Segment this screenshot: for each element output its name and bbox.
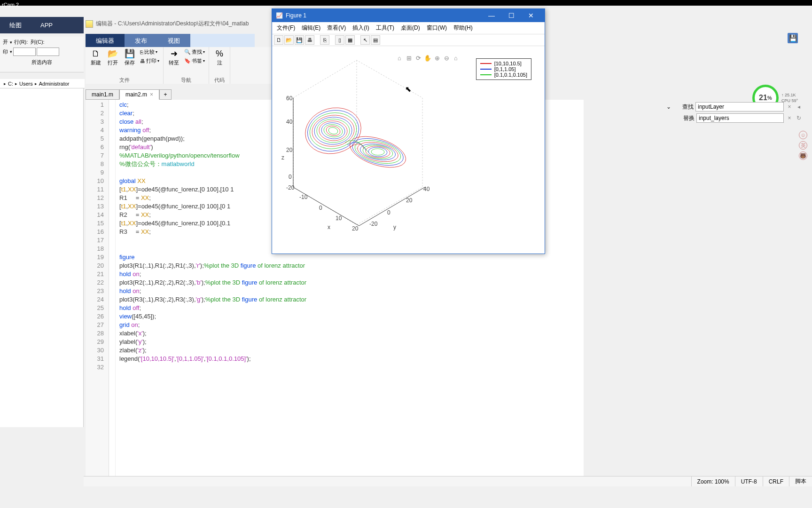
status-bar: Zoom: 100% UTF-8 CRLF 脚本 <box>84 476 812 486</box>
new-button[interactable]: 🗋新建 <box>88 47 103 67</box>
open-figure-icon[interactable]: 📂 <box>284 35 294 45</box>
svg-point-21 <box>368 147 387 158</box>
save-figure-icon[interactable]: 💾 <box>295 35 304 45</box>
replace-label: 替换 <box>674 114 695 122</box>
etab-editor[interactable]: 编辑器 <box>86 34 125 47</box>
svg-point-9 <box>319 120 348 141</box>
link-icon[interactable]: ⎘ <box>320 35 329 45</box>
figure-toolbar: 🗋 📂 💾 🖶 ⎘ ▯ ▦ ↖ ▤ <box>272 34 545 46</box>
quick-save-button[interactable]: 💾 <box>788 33 798 43</box>
figure-menu-item[interactable]: 文件(F) <box>274 23 298 33</box>
line-gutter: 1234567891011121314151617181920212223242… <box>86 100 109 476</box>
emoji-icon[interactable]: ☺ <box>799 131 807 139</box>
find-button[interactable]: 🔍查找▾ <box>183 48 206 56</box>
close-button[interactable]: ✕ <box>521 9 541 22</box>
col-label: 列(C): <box>30 39 45 46</box>
ribbon-tab-plot[interactable]: 绘图 <box>0 17 31 33</box>
figure-axes[interactable]: ⌂ ⊞ ⟳ ✋ ⊕ ⊖ ⌂ <box>272 46 545 248</box>
file-tab-main2[interactable]: main2.m× <box>119 89 159 100</box>
inspector-icon[interactable]: ▯ <box>335 35 344 45</box>
svg-text:-10: -10 <box>299 194 308 200</box>
figure-icon: 📈 <box>276 12 283 19</box>
breadcrumb[interactable]: ▸ C: ▸ Users ▸ Administrator <box>0 79 85 88</box>
close-icon[interactable]: × <box>150 91 153 98</box>
save-icon: 💾 <box>124 48 135 59</box>
print-dropdown[interactable]: 印 <box>2 48 9 56</box>
etab-view[interactable]: 视图 <box>157 34 190 47</box>
data-cursor-icon[interactable]: ▤ <box>371 35 380 45</box>
status-eol[interactable]: CRLF <box>763 476 789 486</box>
goto-button[interactable]: ➜转至 <box>166 47 181 67</box>
find-input[interactable] <box>695 102 784 111</box>
ribbon-tab-app[interactable]: APP <box>31 17 62 33</box>
bookmark-button[interactable]: 🔖书签▾ <box>183 57 206 65</box>
figure-title: Figure 1 <box>286 12 306 19</box>
bc-users[interactable]: Users <box>19 81 33 87</box>
workspace-panel <box>0 88 84 427</box>
print-figure-icon[interactable]: 🖶 <box>305 35 314 45</box>
chevron-down-icon[interactable]: ⌄ <box>666 103 671 110</box>
legend-entry: [0,1,1.05] <box>480 66 527 72</box>
editor-title-bar: 编辑器 - C:\Users\Administrator\Desktop\远程文… <box>86 20 249 28</box>
editor-icon <box>86 20 93 28</box>
compare-icon: ⎘ <box>140 49 143 55</box>
replace-input[interactable] <box>696 113 784 123</box>
figure-menu-item[interactable]: 窗口(W) <box>424 23 450 33</box>
print-button[interactable]: 🖶打印▾ <box>139 57 160 65</box>
prev-match-icon[interactable]: ◂ <box>795 103 803 110</box>
svg-point-17 <box>356 139 400 165</box>
bc-drive[interactable]: C: <box>8 81 13 87</box>
bear-icon[interactable]: 🐻 <box>799 151 807 160</box>
svg-point-14 <box>346 130 409 174</box>
taskbar-label: rCam 2 <box>2 2 19 8</box>
col-input[interactable] <box>37 48 59 56</box>
svg-point-22 <box>371 149 384 156</box>
figure-titlebar[interactable]: 📈 Figure 1 — ☐ ✕ <box>272 9 545 22</box>
group-file-label: 文件 <box>119 77 130 84</box>
group-code-label: 代码 <box>214 77 225 84</box>
status-mode[interactable]: 脚本 <box>789 476 812 486</box>
lang-icon[interactable]: 英 <box>799 141 807 150</box>
new-file-icon: 🗋 <box>90 48 102 59</box>
save-button[interactable]: 💾保存 <box>122 47 137 67</box>
figure-menu-item[interactable]: 查看(V) <box>324 23 349 33</box>
assistant-icons: ☺ 英 🐻 <box>799 131 807 160</box>
figure-menubar: 文件(F)编辑(E)查看(V)插入(I)工具(T)桌面(D)窗口(W)帮助(H) <box>272 22 545 34</box>
pointer-icon[interactable]: ↖ <box>360 35 370 45</box>
etab-publish[interactable]: 发布 <box>125 34 157 47</box>
comment-icon: % <box>214 48 225 59</box>
add-file-tab[interactable]: + <box>159 89 172 100</box>
figure-window[interactable]: 📈 Figure 1 — ☐ ✕ 文件(F)编辑(E)查看(V)插入(I)工具(… <box>272 8 545 254</box>
clear-replace-icon[interactable]: × <box>786 115 793 121</box>
replace-action-icon[interactable]: ↻ <box>795 115 803 121</box>
figure-menu-item[interactable]: 插入(I) <box>350 23 372 33</box>
minimize-button[interactable]: — <box>482 9 501 22</box>
figure-menu-item[interactable]: 桌面(D) <box>398 23 423 33</box>
new-figure-icon[interactable]: 🗋 <box>274 35 283 45</box>
maximize-button[interactable]: ☐ <box>501 9 521 22</box>
open-dropdown[interactable]: 开 <box>2 39 9 46</box>
svg-text:0: 0 <box>289 174 292 180</box>
figure-menu-item[interactable]: 编辑(E) <box>299 23 323 33</box>
svg-point-5 <box>307 110 359 152</box>
figure-menu-item[interactable]: 帮助(H) <box>451 23 476 33</box>
status-zoom[interactable]: Zoom: 100% <box>691 476 735 486</box>
fold-column[interactable] <box>109 100 116 476</box>
svg-text:20: 20 <box>286 147 293 153</box>
figure-menu-item[interactable]: 工具(T) <box>373 23 397 33</box>
file-tab-main1[interactable]: main1.m <box>86 89 119 100</box>
row-input[interactable] <box>13 48 36 56</box>
compare-button[interactable]: ⎘比较▾ <box>139 48 160 56</box>
bc-admin[interactable]: Administrator <box>39 81 70 87</box>
insert-button[interactable]: %注 <box>212 47 227 67</box>
status-encoding[interactable]: UTF-8 <box>735 476 763 486</box>
mouse-cursor: ⬉ <box>405 85 411 94</box>
goto-icon: ➜ <box>168 48 180 59</box>
clear-find-icon[interactable]: × <box>786 103 793 110</box>
plot-tools-icon[interactable]: ▦ <box>345 35 355 45</box>
find-label: 查找 <box>673 103 694 111</box>
find-icon: 🔍 <box>184 49 191 55</box>
plot-legend[interactable]: [10,10,10.5] [0,1,1.05] [0.1,0.1,0.105] <box>476 58 531 80</box>
open-button[interactable]: 📂打开 <box>105 47 120 67</box>
row-label: 行(R): <box>13 39 29 46</box>
